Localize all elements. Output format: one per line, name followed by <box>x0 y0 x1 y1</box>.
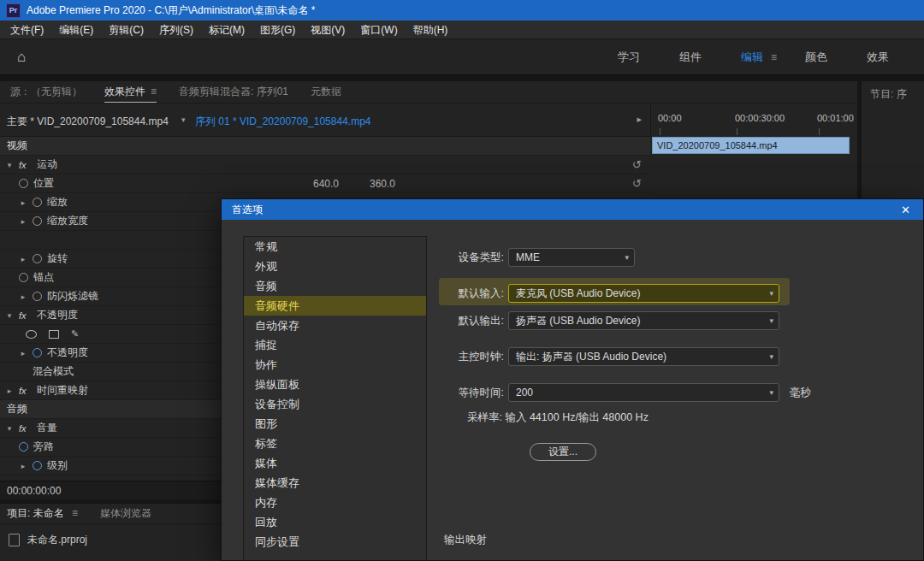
effect-label: 位置 <box>33 176 54 191</box>
reset-icon[interactable]: ↺ <box>632 158 642 171</box>
tab-metadata[interactable]: 元数据 <box>311 85 341 99</box>
pref-category-playback[interactable]: 回放 <box>244 512 426 532</box>
default-output-dropdown[interactable]: 扬声器 (USB Audio Device) ▾ <box>508 311 779 330</box>
project-file-name: 未命名.prproj <box>27 533 87 547</box>
twirl-closed-icon[interactable]: ▸ <box>19 198 27 207</box>
twirl-open-icon[interactable]: ▾ <box>5 311 14 320</box>
menu-help[interactable]: 帮助(H) <box>406 21 456 39</box>
stopwatch-icon[interactable] <box>33 292 42 301</box>
pref-category-media[interactable]: 媒体 <box>244 453 426 473</box>
pref-category-device-control[interactable]: 设备控制 <box>244 394 426 414</box>
header-arrow-icon[interactable]: ▸ <box>637 114 642 125</box>
ruler-tick-label: 00:00:30:00 <box>735 113 785 123</box>
close-icon[interactable]: ✕ <box>898 204 913 216</box>
premiere-app-window: Pr Adobe Premiere Pro 2020 - C:\用户\Admin… <box>0 0 924 561</box>
pref-category-collaboration[interactable]: 协作 <box>244 355 426 375</box>
workspace-menu-icon[interactable]: ≡ <box>771 51 777 63</box>
premiere-app-icon: Pr <box>6 3 21 18</box>
section-label: 音频 <box>7 402 27 416</box>
twirl-open-icon[interactable]: ▾ <box>5 161 14 169</box>
tab-media-browser[interactable]: 媒体浏览器 <box>100 506 151 521</box>
menu-clip[interactable]: 剪辑(C) <box>101 21 151 39</box>
menu-markers[interactable]: 标记(M) <box>201 21 252 39</box>
workspace-tab-effects[interactable]: 效果 <box>847 50 909 65</box>
menu-view[interactable]: 视图(V) <box>303 21 352 39</box>
twirl-closed-icon[interactable]: ▸ <box>19 462 27 470</box>
master-clock-dropdown[interactable]: 输出: 扬声器 (USB Audio Device) ▾ <box>508 347 779 366</box>
workspace-tab-assembly[interactable]: 组件 <box>660 50 721 65</box>
preferences-title: 首选项 <box>232 203 898 217</box>
effect-label: 时间重映射 <box>37 383 88 398</box>
ellipse-mask-icon[interactable] <box>26 330 37 339</box>
pref-category-media-cache[interactable]: 媒体缓存 <box>244 473 426 493</box>
chevron-down-icon: ▾ <box>769 348 773 365</box>
stopwatch-icon[interactable] <box>33 254 42 263</box>
tab-project-label: 项目: 未命名 <box>7 507 64 519</box>
timeline-clip[interactable]: VID_20200709_105844.mp4 <box>652 137 850 154</box>
pref-category-memory[interactable]: 内存 <box>244 493 426 512</box>
pref-category-labels[interactable]: 标签 <box>244 434 426 453</box>
pref-category-control-surface[interactable]: 操纵面板 <box>244 375 426 394</box>
device-type-dropdown[interactable]: MME ▾ <box>508 248 635 267</box>
chevron-down-icon: ▾ <box>769 312 773 329</box>
tab-program-monitor[interactable]: 节目: 序 <box>862 81 924 102</box>
effect-controls-timeline-ruler[interactable]: 00:00 00:00:30:00 00:01:00 <box>650 103 857 137</box>
rect-mask-icon[interactable] <box>49 330 59 339</box>
tab-audio-clip-mixer[interactable]: 音频剪辑混合器: 序列01 <box>179 85 288 99</box>
fx-badge-icon: fx <box>19 310 32 321</box>
latency-dropdown[interactable]: 200 ▾ <box>508 383 779 402</box>
pref-category-auto-save[interactable]: 自动保存 <box>244 316 426 335</box>
asio-settings-button[interactable]: 设置... <box>530 443 596 461</box>
ruler-tick-mark <box>819 128 820 135</box>
pref-category-audio-hardware[interactable]: 音频硬件 <box>244 296 426 316</box>
twirl-closed-icon[interactable]: ▸ <box>19 292 27 301</box>
stopwatch-icon[interactable] <box>33 198 42 207</box>
panel-menu-icon[interactable]: ≡ <box>72 507 78 519</box>
position-x-value[interactable]: 640.0 <box>313 178 339 190</box>
twirl-closed-icon[interactable]: ▸ <box>19 217 27 226</box>
pref-category-general[interactable]: 常规 <box>244 237 426 257</box>
workspace-tab-learning[interactable]: 学习 <box>598 50 660 65</box>
menu-file[interactable]: 文件(F) <box>3 21 51 39</box>
effect-row-position[interactable]: 位置 640.0 360.0 ↺ <box>0 174 650 193</box>
tab-project[interactable]: 项目: 未命名 ≡ <box>7 506 78 521</box>
tab-source-monitor[interactable]: 源：（无剪辑） <box>10 85 82 99</box>
pen-mask-icon[interactable]: ✎ <box>71 328 79 340</box>
stopwatch-icon[interactable] <box>33 348 42 357</box>
effect-label: 不透明度 <box>47 345 88 360</box>
tab-effect-controls[interactable]: 效果控件≡ <box>104 81 157 103</box>
workspace-tab-color[interactable]: 颜色 <box>785 50 847 65</box>
section-video[interactable]: 视频 <box>0 137 650 156</box>
twirl-closed-icon[interactable]: ▸ <box>19 255 27 263</box>
stopwatch-icon[interactable] <box>19 273 28 282</box>
home-icon[interactable]: ⌂ <box>17 49 26 66</box>
pref-category-graphics[interactable]: 图形 <box>244 414 426 434</box>
menu-graphics[interactable]: 图形(G) <box>252 21 303 39</box>
twirl-open-icon[interactable]: ▾ <box>5 424 14 433</box>
preferences-titlebar[interactable]: 首选项 ✕ <box>222 199 923 220</box>
position-y-value[interactable]: 360.0 <box>370 178 395 190</box>
pref-category-sync-settings[interactable]: 同步设置 <box>244 532 426 552</box>
preferences-category-list: 常规 外观 音频 音频硬件 自动保存 捕捉 协作 操纵面板 设备控制 图形 标签… <box>243 236 427 561</box>
pref-category-appearance[interactable]: 外观 <box>244 257 426 276</box>
reset-icon[interactable]: ↺ <box>632 177 642 190</box>
default-input-dropdown[interactable]: 麦克风 (USB Audio Device) ▾ <box>508 284 779 303</box>
dropdown-value: 200 <box>516 387 533 399</box>
menu-edit[interactable]: 编辑(E) <box>51 21 101 39</box>
latency-unit-label: 毫秒 <box>790 383 811 402</box>
menu-sequence[interactable]: 序列(S) <box>151 21 201 39</box>
sequence-clip-label: 序列 01 * VID_20200709_105844.mp4 <box>195 115 370 129</box>
stopwatch-icon[interactable] <box>33 461 42 470</box>
menu-window[interactable]: 窗口(W) <box>352 21 405 39</box>
stopwatch-icon[interactable] <box>33 216 42 226</box>
effect-row-motion[interactable]: ▾ fx 运动 ↺ <box>0 156 650 174</box>
panel-menu-icon[interactable]: ≡ <box>151 86 157 97</box>
twirl-closed-icon[interactable]: ▸ <box>19 349 27 357</box>
chevron-down-icon[interactable]: ▾ <box>181 115 186 124</box>
twirl-closed-icon[interactable]: ▸ <box>5 387 14 395</box>
stopwatch-icon[interactable] <box>19 179 28 188</box>
stopwatch-icon[interactable] <box>19 442 28 452</box>
pref-category-capture[interactable]: 捕捉 <box>244 335 426 355</box>
window-titlebar[interactable]: Pr Adobe Premiere Pro 2020 - C:\用户\Admin… <box>0 0 924 21</box>
pref-category-audio[interactable]: 音频 <box>244 276 426 296</box>
